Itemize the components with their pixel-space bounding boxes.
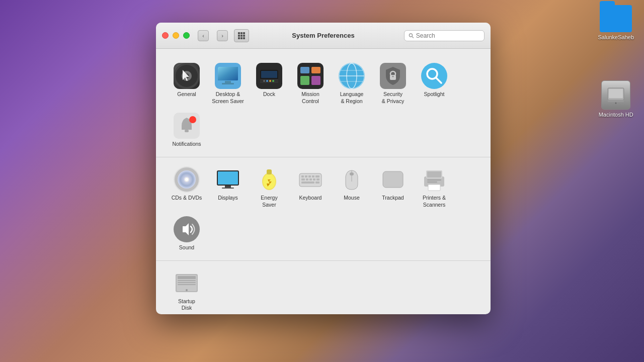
folder-label: SalunkeSaheb	[598, 34, 634, 40]
macintosh-hd-icon[interactable]: Macintosh HD	[599, 80, 633, 118]
svg-rect-51	[218, 171, 238, 185]
security-label: Security& Privacy	[382, 91, 404, 105]
forward-button[interactable]: ›	[217, 30, 228, 41]
keyboard-icon	[297, 166, 324, 193]
svg-rect-13	[218, 67, 238, 80]
svg-rect-26	[311, 67, 320, 73]
svg-point-44	[189, 116, 196, 123]
svg-rect-87	[178, 282, 196, 283]
svg-rect-14	[225, 81, 231, 83]
svg-rect-53	[222, 188, 234, 189]
svg-rect-78	[427, 182, 437, 183]
folder-icon-shape	[600, 5, 632, 32]
svg-rect-2	[608, 100, 624, 102]
pref-language[interactable]: Language& Region	[331, 59, 372, 109]
spotlight-icon	[421, 63, 447, 89]
search-input[interactable]	[416, 32, 480, 39]
grid-dots	[238, 32, 245, 39]
pref-mission[interactable]: MissionControl	[290, 59, 331, 109]
pref-sound[interactable]: Sound	[166, 212, 207, 255]
general-icon	[174, 63, 200, 89]
svg-rect-56	[267, 169, 272, 174]
pref-startup[interactable]: StartupDisk	[166, 266, 207, 314]
folder-icon[interactable]: SalunkeSaheb	[598, 5, 634, 40]
notifications-icon	[174, 113, 200, 139]
pref-dock[interactable]: Dock	[249, 59, 290, 109]
svg-rect-60	[301, 175, 304, 177]
pref-printers[interactable]: Printers &Scanners	[414, 162, 455, 212]
svg-rect-64	[315, 175, 319, 177]
dock-icon	[256, 63, 282, 89]
svg-rect-70	[301, 182, 314, 184]
svg-rect-66	[306, 178, 308, 180]
svg-point-3	[615, 103, 617, 104]
svg-rect-25	[300, 67, 309, 73]
svg-point-22	[272, 80, 274, 82]
keyboard-label: Keyboard	[299, 195, 322, 202]
svg-point-19	[263, 80, 265, 82]
svg-point-49	[185, 178, 188, 181]
svg-rect-28	[311, 76, 320, 85]
pref-notifications[interactable]: Notifications	[166, 109, 207, 152]
startup-disk-icon	[174, 270, 200, 296]
svg-rect-77	[427, 179, 441, 180]
section-hardware: CDs & DVDs Displays	[156, 157, 491, 261]
svg-rect-73	[350, 172, 354, 175]
cds-icon	[174, 166, 200, 193]
svg-rect-88	[178, 284, 196, 285]
startup-label: StartupDisk	[178, 298, 195, 312]
mouse-icon	[339, 166, 365, 193]
hd-label: Macintosh HD	[599, 112, 633, 118]
section-personal: General	[156, 54, 491, 157]
pref-cds-dvds[interactable]: CDs & DVDs	[166, 162, 207, 212]
trackpad-icon	[380, 166, 406, 193]
pref-keyboard[interactable]: Keyboard	[290, 162, 331, 212]
minimize-button[interactable]	[173, 32, 179, 39]
mission-icon	[297, 63, 324, 89]
language-label: Language& Region	[340, 91, 364, 105]
svg-point-89	[186, 289, 188, 291]
desktop-label: Desktop &Screen Saver	[212, 91, 244, 105]
view-grid-button[interactable]	[234, 29, 249, 42]
pref-trackpad[interactable]: Trackpad	[372, 162, 414, 212]
svg-rect-86	[178, 280, 196, 281]
security-icon	[380, 63, 406, 89]
printers-label: Printers &Scanners	[423, 195, 446, 208]
personal-grid: General	[166, 59, 480, 152]
forward-icon: ›	[221, 33, 223, 39]
pref-desktop[interactable]: Desktop &Screen Saver	[207, 59, 249, 109]
svg-rect-27	[300, 76, 309, 85]
svg-rect-65	[301, 178, 305, 180]
pref-security[interactable]: Security& Privacy	[372, 59, 414, 109]
pref-general[interactable]: General	[166, 59, 207, 109]
svg-point-4	[409, 33, 412, 36]
svg-point-39	[421, 63, 447, 89]
svg-point-38	[392, 76, 394, 77]
pref-displays[interactable]: Displays	[207, 162, 249, 212]
pref-energy[interactable]: EnergySaver	[249, 162, 290, 212]
dock-label: Dock	[263, 91, 275, 98]
svg-rect-80	[427, 171, 441, 177]
search-box[interactable]	[404, 30, 485, 41]
svg-rect-43	[185, 130, 189, 132]
svg-rect-23	[261, 71, 277, 78]
pref-spotlight[interactable]: Spotlight	[414, 59, 455, 109]
hd-shape	[601, 80, 630, 110]
close-button[interactable]	[162, 32, 169, 39]
svg-rect-71	[315, 182, 319, 184]
hardware-grid: CDs & DVDs Displays	[166, 162, 480, 255]
system-preferences-window: ‹ › System Preferences	[156, 23, 491, 314]
search-icon	[409, 33, 414, 39]
svg-rect-67	[309, 178, 312, 180]
svg-rect-61	[305, 175, 307, 177]
spotlight-label: Spotlight	[424, 91, 445, 98]
sound-icon	[174, 216, 200, 242]
svg-point-20	[266, 80, 268, 82]
pref-mouse[interactable]: Mouse	[331, 162, 372, 212]
language-icon	[339, 63, 365, 89]
maximize-button[interactable]	[183, 32, 190, 39]
section-startup: StartupDisk	[156, 261, 491, 314]
svg-point-21	[269, 80, 271, 82]
back-button[interactable]: ‹	[198, 30, 209, 41]
content-area: General	[156, 49, 491, 314]
